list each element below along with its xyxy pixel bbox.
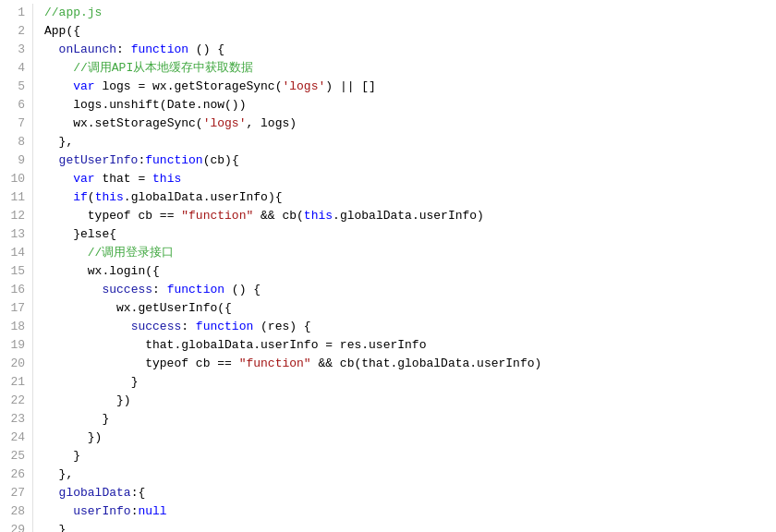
line-num-17: 17 bbox=[7, 299, 25, 318]
code-line-17: wx.getUserInfo({ bbox=[44, 299, 765, 318]
code-line-16: success: function () { bbox=[44, 281, 765, 299]
code-line-14: //调用登录接口 bbox=[44, 244, 765, 262]
line-num-29: 29 bbox=[7, 521, 25, 532]
line-num-2: 2 bbox=[7, 22, 25, 41]
line-num-28: 28 bbox=[7, 502, 25, 521]
code-line-1: //app.js bbox=[44, 4, 765, 22]
line-num-11: 11 bbox=[7, 188, 25, 207]
line-num-6: 6 bbox=[7, 96, 25, 115]
line-num-25: 25 bbox=[7, 447, 25, 466]
code-line-24: }) bbox=[44, 429, 765, 447]
line-num-7: 7 bbox=[7, 115, 25, 133]
code-line-12: typeof cb == "function" && cb(this.globa… bbox=[44, 207, 765, 225]
code-line-11: if(this.globalData.userInfo){ bbox=[44, 188, 765, 207]
line-num-24: 24 bbox=[7, 429, 25, 447]
code-line-22: }) bbox=[44, 392, 765, 410]
line-num-10: 10 bbox=[7, 170, 25, 188]
line-num-12: 12 bbox=[7, 207, 25, 225]
line-numbers: 1 2 3 4 5 6 7 8 9 10 11 12 13 14 15 16 1… bbox=[0, 4, 33, 532]
line-num-27: 27 bbox=[7, 484, 25, 502]
code-line-10: var that = this bbox=[44, 170, 765, 188]
line-num-26: 26 bbox=[7, 466, 25, 484]
code-line-25: } bbox=[44, 447, 765, 466]
code-line-13: }else{ bbox=[44, 225, 765, 244]
line-num-23: 23 bbox=[7, 410, 25, 429]
code-line-3: onLaunch: function () { bbox=[44, 41, 765, 59]
code-line-28: userInfo:null bbox=[44, 502, 765, 521]
line-num-14: 14 bbox=[7, 244, 25, 262]
code-editor: 1 2 3 4 5 6 7 8 9 10 11 12 13 14 15 16 1… bbox=[0, 0, 776, 532]
code-line-6: logs.unshift(Date.now()) bbox=[44, 96, 765, 115]
code-line-4: //调用API从本地缓存中获取数据 bbox=[44, 59, 765, 78]
line-num-1: 1 bbox=[7, 4, 25, 22]
line-num-18: 18 bbox=[7, 318, 25, 336]
code-line-20: typeof cb == "function" && cb(that.globa… bbox=[44, 355, 765, 373]
code-line-19: that.globalData.userInfo = res.userInfo bbox=[44, 336, 765, 355]
code-line-8: }, bbox=[44, 133, 765, 151]
code-line-7: wx.setStorageSync('logs', logs) bbox=[44, 115, 765, 133]
line-num-13: 13 bbox=[7, 225, 25, 244]
line-num-5: 5 bbox=[7, 78, 25, 96]
code-line-21: } bbox=[44, 373, 765, 392]
line-num-22: 22 bbox=[7, 392, 25, 410]
line-num-8: 8 bbox=[7, 133, 25, 151]
code-line-26: }, bbox=[44, 466, 765, 484]
code-line-15: wx.login({ bbox=[44, 262, 765, 281]
code-line-5: var logs = wx.getStorageSync('logs') || … bbox=[44, 78, 765, 96]
code-line-9: getUserInfo:function(cb){ bbox=[44, 151, 765, 170]
code-lines: //app.js App({ onLaunch: function () { /… bbox=[33, 4, 776, 532]
line-num-21: 21 bbox=[7, 373, 25, 392]
line-num-16: 16 bbox=[7, 281, 25, 299]
line-num-3: 3 bbox=[7, 41, 25, 59]
line-num-15: 15 bbox=[7, 262, 25, 281]
code-line-29: } bbox=[44, 521, 765, 532]
code-line-18: success: function (res) { bbox=[44, 318, 765, 336]
line-num-9: 9 bbox=[7, 151, 25, 170]
code-line-27: globalData:{ bbox=[44, 484, 765, 502]
line-num-19: 19 bbox=[7, 336, 25, 355]
code-line-2: App({ bbox=[44, 22, 765, 41]
line-num-4: 4 bbox=[7, 59, 25, 78]
code-line-23: } bbox=[44, 410, 765, 429]
line-num-20: 20 bbox=[7, 355, 25, 373]
